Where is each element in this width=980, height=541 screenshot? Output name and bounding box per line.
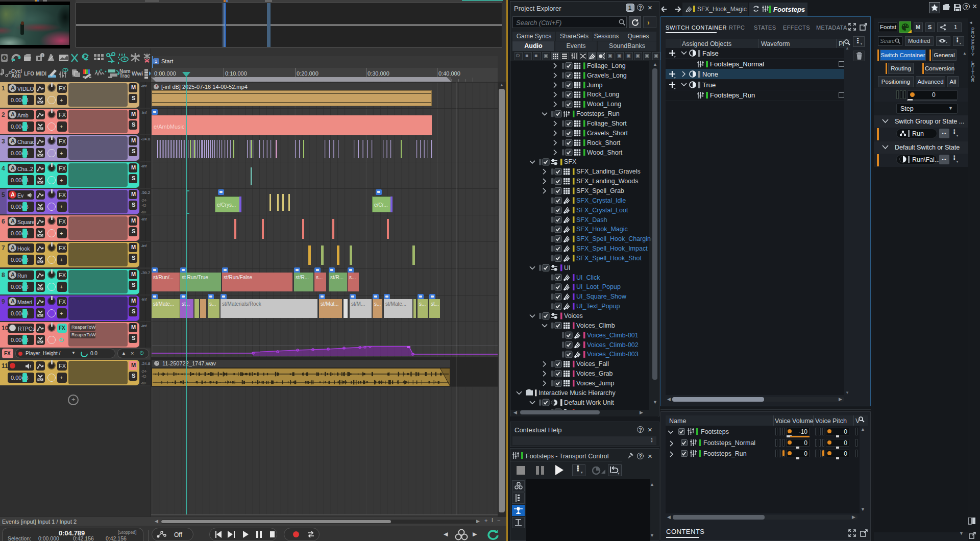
svg-text:Acti: Acti (11, 73, 21, 79)
svg-text:MIDI: MIDI (36, 71, 46, 77)
svg-text:0:30.000: 0:30.000 (368, 70, 389, 77)
svg-text:LFO: LFO (24, 71, 34, 77)
svg-text:Wwi: Wwi (132, 70, 143, 77)
svg-text:0:40.000: 0:40.000 (438, 70, 460, 77)
svg-text:0:10.000: 0:10.000 (225, 70, 247, 77)
svg-text:0:20.000: 0:20.000 (297, 70, 318, 77)
svg-text:0:00.000: 0:00.000 (154, 70, 176, 77)
svg-text:Trac: Trac (119, 73, 130, 79)
svg-text:i: i (4, 56, 5, 60)
